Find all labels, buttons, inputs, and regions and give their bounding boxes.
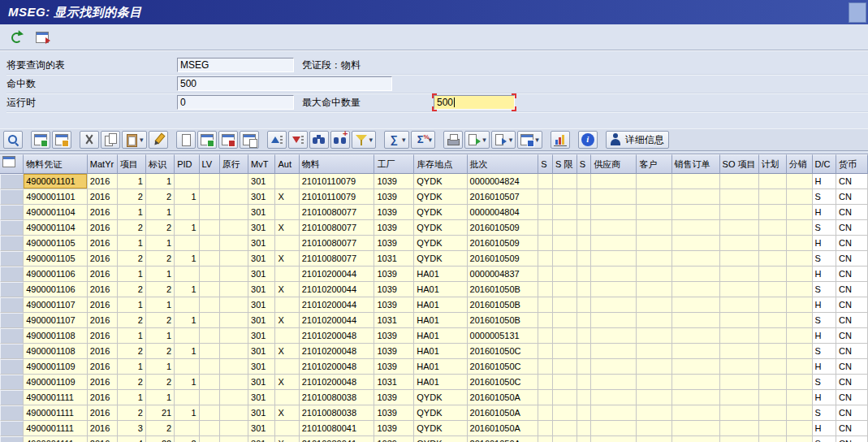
cell-lifnr[interactable] [591,205,637,220]
column-header-flag[interactable]: 标识 [146,154,175,174]
cell-mvt[interactable]: 301 [248,328,275,344]
cell-flag[interactable]: 2 [146,421,175,436]
cell-plan[interactable] [759,297,787,313]
cell-plan[interactable] [759,220,787,236]
cell-zeile[interactable]: 1 [118,266,146,282]
cell-plan[interactable] [759,189,787,205]
cell-mblnr[interactable]: 4900001104 [24,220,88,236]
cell-mjahr[interactable]: 2016 [88,359,118,375]
column-header-distr[interactable]: 分销 [787,154,813,174]
column-header-plan[interactable]: 计划 [759,154,787,174]
cell-mvt[interactable]: 301 [248,390,275,405]
cell-aut[interactable]: X [275,344,299,359]
cell-zeile[interactable]: 2 [118,375,146,390]
cell-werks[interactable]: 1031 [374,313,414,328]
cell-flag[interactable]: 2 [146,282,175,297]
cell-lifnr[interactable] [591,344,637,359]
cell-kdauf[interactable] [672,189,720,205]
cell-matnr[interactable]: 21010080038 [300,390,375,405]
cell-s1[interactable] [538,390,553,405]
cell-origln[interactable] [220,405,248,421]
cell-kdpos[interactable] [720,220,759,236]
cell-distr[interactable] [787,344,813,359]
cell-lv[interactable] [200,375,220,390]
cell-dc[interactable]: H [813,359,837,375]
cell-s2[interactable] [577,359,592,375]
cell-mjahr[interactable]: 2016 [88,297,118,313]
cell-distr[interactable] [787,251,813,266]
cell-zeile[interactable]: 1 [118,174,146,189]
cell-plan[interactable] [759,174,787,189]
cell-distr[interactable] [787,266,813,282]
set-filter-button[interactable]: ▾ [352,131,377,149]
cell-s1[interactable] [538,421,553,436]
cell-plan[interactable] [759,359,787,375]
cell-distr[interactable] [787,220,813,236]
row-selector[interactable] [0,375,24,390]
find-next-button[interactable] [330,131,350,149]
cell-mblnr[interactable]: 4900001106 [24,266,88,282]
cell-mjahr[interactable]: 2016 [88,282,118,297]
cell-mvt[interactable]: 301 [248,375,275,390]
cell-kdauf[interactable] [672,236,720,251]
choose-layout-button[interactable]: ▾ [517,131,542,149]
cell-kdpos[interactable] [720,390,759,405]
cell-dc[interactable]: S [813,375,837,390]
cell-flag[interactable]: 2 [146,220,175,236]
cell-s1[interactable] [538,313,553,328]
cell-aut[interactable] [275,174,299,189]
cell-mvt[interactable]: 301 [248,405,275,421]
hits-field[interactable]: 500 [177,76,392,91]
cell-zeile[interactable]: 2 [118,405,146,421]
cell-dc[interactable]: H [813,266,837,282]
cell-mblnr[interactable]: 4900001104 [24,205,88,220]
cell-kdpos[interactable] [720,436,759,442]
cell-matnr[interactable]: 21010080077 [300,220,375,236]
cell-zeile[interactable]: 1 [118,205,146,220]
cell-lifnr[interactable] [591,236,637,251]
cell-s2[interactable] [577,174,592,189]
cell-distr[interactable] [787,205,813,220]
cell-s2[interactable] [577,405,592,421]
cell-lv[interactable] [200,405,220,421]
max-hits-field[interactable]: 500 [434,95,515,110]
cell-origln[interactable] [220,421,248,436]
cell-werks[interactable]: 1039 [374,297,414,313]
column-header-s2[interactable]: S [577,154,592,174]
column-header-mjahr[interactable]: MatYr [88,154,118,174]
cell-lv[interactable] [200,205,220,220]
cell-origln[interactable] [220,205,248,220]
export-button[interactable]: ▾ [464,131,490,149]
cell-charg[interactable]: 0000004837 [468,266,539,282]
cell-pid[interactable]: 1 [175,375,199,390]
column-header-curr[interactable]: 货币 [836,154,868,174]
copy-button[interactable] [101,131,120,149]
cell-plan[interactable] [759,251,787,266]
cell-matnr[interactable]: 21010200044 [300,313,375,328]
cell-kunnr[interactable] [637,282,672,297]
cell-kunnr[interactable] [637,189,672,205]
cell-s1[interactable] [538,236,553,251]
cell-mjahr[interactable]: 2016 [88,375,118,390]
cell-mblnr[interactable]: 4900001106 [24,282,88,297]
cell-lifnr[interactable] [591,421,637,436]
cell-aut[interactable] [275,236,299,251]
cell-dc[interactable]: S [813,220,837,236]
cell-pid[interactable] [175,205,199,220]
cell-mvt[interactable]: 301 [248,344,275,359]
cell-dc[interactable]: H [813,328,837,344]
cell-mvt[interactable]: 301 [248,205,275,220]
cell-distr[interactable] [787,189,813,205]
cell-kdpos[interactable] [720,251,759,266]
cell-plan[interactable] [759,405,787,421]
cell-distr[interactable] [787,436,813,442]
cell-charg[interactable]: 201601050A [468,421,539,436]
cell-flag[interactable]: 2 [146,344,175,359]
cell-charg[interactable]: 2016010509 [468,251,539,266]
cell-lgort[interactable]: HA01 [414,313,467,328]
cell-pid[interactable] [175,359,199,375]
cell-s1[interactable] [538,205,553,220]
cell-kdauf[interactable] [672,375,720,390]
copy-row-button[interactable] [240,131,259,149]
cell-kdauf[interactable] [672,436,720,442]
